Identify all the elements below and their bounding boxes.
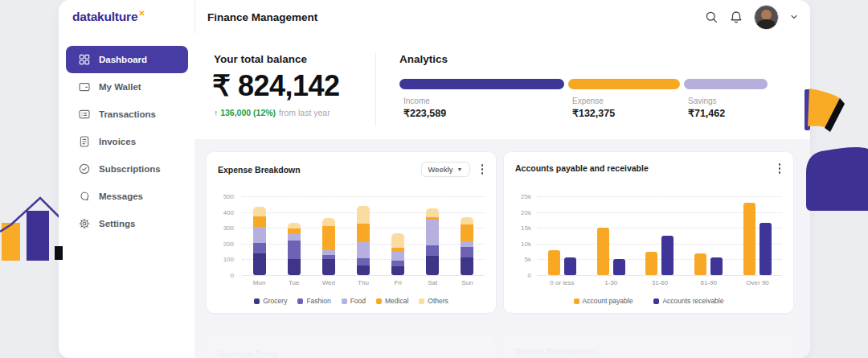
header: Finance Management (194, 0, 810, 35)
x-tick-label: Wed (311, 279, 346, 286)
legend-item-fashion: Fashion (297, 297, 330, 305)
gridline (242, 275, 485, 276)
faded-period-selector[interactable] (390, 347, 486, 358)
card-title: Recent Transactions (515, 347, 598, 356)
bar-segment-fashion (253, 243, 266, 253)
decorative-black-chip (55, 246, 63, 260)
sidebar-item-settings[interactable]: Settings (66, 210, 188, 237)
sidebar-item-label: Messages (99, 191, 143, 201)
period-selector[interactable]: Weekly▼ (421, 162, 470, 177)
decorative-shapes-right (800, 68, 868, 217)
sidebar-item-invoices[interactable]: Invoices (66, 128, 188, 155)
metric-bar (399, 79, 564, 89)
revenue-trend-card: Revenue Trend (206, 335, 497, 358)
stacked-bar (288, 223, 301, 275)
y-tick-label: 20k (521, 208, 531, 216)
app-window: datakulture✕ DashboardMy WalletTransacti… (59, 0, 810, 358)
bar-segment-fashion (391, 261, 404, 266)
balance-amount: ₹ 824,142 (212, 69, 340, 103)
wallet-icon (78, 80, 91, 93)
kebab-menu-icon[interactable] (478, 163, 487, 176)
legend-label: Grocery (263, 297, 287, 305)
card-header: Expense Breakdown Weekly▼ (207, 152, 496, 177)
sidebar-item-messages[interactable]: Messages (66, 183, 188, 210)
metric-expense: Expense₹132,375 (568, 79, 680, 119)
balance-change-value: ↑ 136,000 (12%) (214, 108, 276, 117)
metric-value: ₹132,375 (572, 107, 680, 119)
bar-columns (242, 196, 485, 275)
screen: datakulture✕ DashboardMy WalletTransacti… (0, 0, 868, 358)
y-axis: 25k20k15k10k5k0 (509, 196, 534, 275)
legend-item-accounts-receivable: Accounts receivable (653, 297, 723, 305)
brand-name: datakulture (72, 10, 137, 23)
bar-segment-others (288, 223, 301, 228)
header-actions (704, 5, 799, 30)
x-axis: MonTueWedThuFriSatSun (242, 279, 485, 286)
bar-group-fri (381, 233, 416, 275)
sidebar-item-dashboard[interactable]: Dashboard (66, 46, 188, 73)
avatar[interactable] (754, 5, 779, 30)
summary-row: Your total balance ₹ 824,142 ↑ 136,000 (… (194, 34, 810, 139)
card-title: Revenue Trend (218, 349, 278, 358)
x-axis: 0 or less1-3031-6061-90Over 90 (538, 279, 782, 286)
stacked-bar (426, 208, 439, 275)
stacked-bar (253, 207, 266, 275)
bar-segment-others (357, 206, 370, 224)
bar-group-mon (242, 207, 276, 275)
y-tick-label: 15k (521, 224, 531, 232)
legend-label: Others (428, 297, 448, 305)
bar-account-payable (548, 250, 560, 275)
bar-segment-grocery (357, 265, 370, 275)
bar-segment-food (288, 233, 301, 241)
sidebar-item-subscriptions[interactable]: Subscriptions (66, 155, 188, 183)
legend-swatch (574, 298, 579, 304)
transactions-icon (78, 108, 91, 121)
x-tick-label: Over 90 (733, 279, 782, 286)
legend-label: Account payable (583, 297, 633, 305)
y-tick-label: 200 (223, 240, 234, 247)
sidebar-item-label: Invoices (99, 137, 136, 146)
balance-value: 824,142 (238, 69, 340, 102)
bell-icon[interactable] (729, 10, 743, 24)
bar-segment-food (426, 220, 439, 245)
sidebar-item-transactions[interactable]: Transactions (66, 101, 188, 128)
kebab-menu-icon[interactable] (776, 162, 784, 175)
y-tick-label: 10k (521, 240, 531, 247)
bar-group-thu (346, 206, 380, 275)
y-tick-label: 400 (223, 208, 234, 216)
bar-accounts-receivable (613, 259, 625, 275)
bar-accounts-receivable (710, 257, 723, 275)
chevron-down-icon[interactable] (789, 12, 799, 22)
balance-change-note: from last year (279, 108, 330, 117)
sidebar-item-my-wallet[interactable]: My Wallet (66, 73, 188, 101)
card-header: Accounts payable and receivable (504, 152, 793, 175)
legend-item-food: Food (342, 297, 366, 305)
legend-item-grocery: Grocery (254, 297, 287, 305)
chart-legend: Account payableAccounts receivable (504, 297, 793, 305)
search-icon[interactable] (704, 10, 719, 24)
legend-label: Food (350, 297, 366, 305)
brand-logo[interactable]: datakulture✕ (72, 9, 145, 24)
legend-item-others: Others (419, 297, 448, 305)
subscriptions-icon (78, 163, 91, 175)
balance-title: Your total balance (214, 53, 307, 65)
legend-item-account-payable: Account payable (574, 297, 633, 305)
metric-value: ₹223,589 (403, 107, 564, 119)
metric-bar (568, 79, 680, 89)
stacked-bar (357, 206, 370, 275)
bar-accounts-receivable (661, 236, 674, 275)
legend-label: Fashion (306, 297, 330, 305)
x-tick-label: Tue (276, 279, 311, 286)
legend-item-medical: Medical (376, 297, 408, 305)
metric-label: Income (403, 97, 564, 105)
dashboard-content: Expense Breakdown Weekly▼ 50040030020010… (194, 139, 810, 358)
x-tick-label: 0 or less (538, 279, 587, 286)
sidebar: datakulture✕ DashboardMy WalletTransacti… (59, 0, 195, 358)
y-tick-label: 5k (525, 256, 531, 263)
sidebar-item-label: Settings (99, 219, 135, 228)
bar-segment-medical (357, 224, 370, 242)
x-tick-label: Fri (381, 279, 416, 286)
bar-segment-fashion (426, 245, 439, 256)
legend-swatch (376, 298, 382, 304)
bar-account-payable (597, 228, 609, 275)
